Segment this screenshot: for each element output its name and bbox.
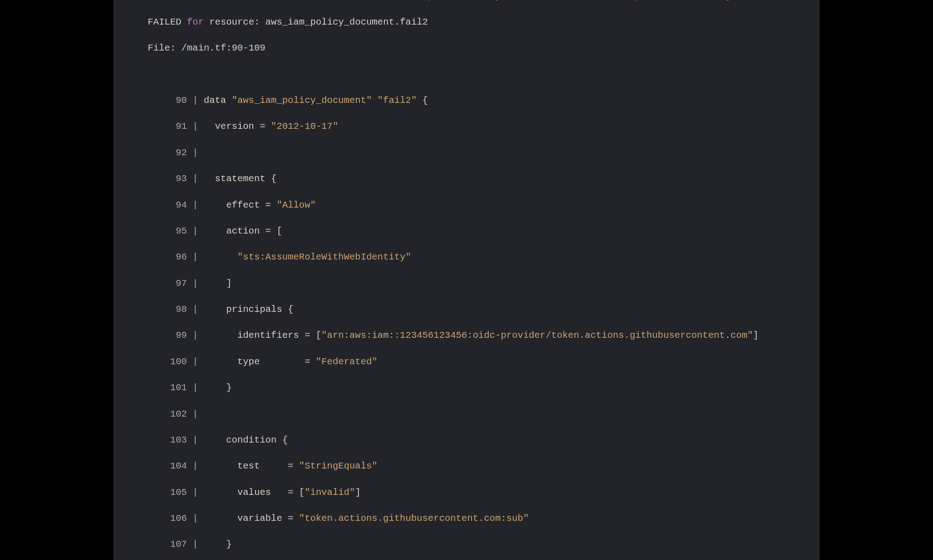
line-number: 91 xyxy=(170,120,187,133)
code-line: 98 | principals { xyxy=(125,303,808,316)
gutter-separator: | xyxy=(187,487,198,498)
blank-line xyxy=(125,68,808,81)
code-token: "sts:AssumeRoleWithWebIdentity" xyxy=(237,252,411,262)
code-token: ] xyxy=(198,278,232,289)
gutter-separator: | xyxy=(187,409,198,419)
line-number: 104 xyxy=(170,460,187,473)
code-token: version = xyxy=(198,121,271,132)
gutter-separator: | xyxy=(187,200,198,210)
failed-post: resource: aws_iam_policy_document.fail2 xyxy=(204,17,428,27)
code-line: 99 | identifiers = ["arn:aws:iam::123456… xyxy=(125,329,808,342)
code-token: values = [ xyxy=(198,487,305,498)
line-number: 94 xyxy=(170,199,187,212)
line-number: 93 xyxy=(170,173,187,186)
line-number: 107 xyxy=(170,538,187,551)
line-number: 95 xyxy=(170,225,187,238)
code-line: 103 | condition { xyxy=(125,434,808,447)
gutter-separator: | xyxy=(187,513,198,524)
gutter-separator: | xyxy=(187,356,198,367)
code-line: 90 | data "aws_iam_policy_document" "fai… xyxy=(125,94,808,107)
code-line: 105 | values = ["invalid"] xyxy=(125,486,808,499)
gutter-separator: | xyxy=(187,278,198,289)
code-token: variable = xyxy=(198,513,299,524)
line-number: 98 xyxy=(170,303,187,316)
code-token: "arn:aws:iam::123456123456:oidc-provider… xyxy=(322,330,753,341)
line-number: 106 xyxy=(170,512,187,525)
check-prefix: Check: CKV_AWS_358: xyxy=(125,0,237,1)
code-line: 93 | statement { xyxy=(125,173,808,186)
gutter-separator: | xyxy=(187,121,198,132)
terminal-window: # Doing it wrong Check: CKV_AWS_358: "En… xyxy=(113,0,820,560)
gutter-separator: | xyxy=(187,435,198,445)
code-token: type = xyxy=(198,356,316,367)
line-number: 105 xyxy=(170,486,187,499)
gutter-separator: | xyxy=(187,148,198,158)
code-line: 91 | version = "2012-10-17" xyxy=(125,120,808,133)
gutter-separator: | xyxy=(187,539,198,550)
failed-for-keyword: for xyxy=(187,17,204,27)
line-number: 101 xyxy=(170,382,187,395)
line-number: 99 xyxy=(170,329,187,342)
failed-line: FAILED for resource: aws_iam_policy_docu… xyxy=(125,16,808,29)
line-number: 102 xyxy=(170,408,187,421)
line-number: 90 xyxy=(170,94,187,107)
code-token: test = xyxy=(198,461,299,471)
code-token: ] xyxy=(753,330,759,341)
gutter-separator: | xyxy=(187,461,198,471)
code-token: } xyxy=(198,539,232,550)
code-token: ] xyxy=(355,487,360,498)
line-number: 92 xyxy=(170,147,187,160)
gutter-separator: | xyxy=(187,252,198,262)
gutter-separator: | xyxy=(187,95,198,106)
failed-pre: FAILED xyxy=(148,17,187,27)
gutter-separator: | xyxy=(187,304,198,315)
code-token: principals { xyxy=(198,304,293,315)
gutter-separator: | xyxy=(187,330,198,341)
terminal-content: # Doing it wrong Check: CKV_AWS_358: "En… xyxy=(113,0,820,560)
code-line: 102 | xyxy=(125,408,808,421)
line-number: 96 xyxy=(170,251,187,264)
gutter-separator: | xyxy=(187,173,198,184)
check-line: Check: CKV_AWS_358: "Ensure GitHub Actio… xyxy=(125,0,808,3)
code-token: "Federated" xyxy=(316,356,377,367)
code-token: condition { xyxy=(198,435,288,445)
code-line: 107 | } xyxy=(125,538,808,551)
code-token: effect = xyxy=(198,200,277,210)
gutter-separator: | xyxy=(187,226,198,236)
code-token: identifiers = [ xyxy=(198,330,322,341)
code-token: "StringEquals" xyxy=(299,461,377,471)
code-token: "aws_iam_policy_document" "fail2" xyxy=(232,95,417,106)
code-token: statement { xyxy=(198,173,277,184)
code-line: 106 | variable = "token.actions.githubus… xyxy=(125,512,808,525)
code-token: } xyxy=(198,382,232,393)
file-line: File: /main.tf:90-109 xyxy=(125,42,808,55)
check-description: "Ensure GitHub Actions OIDC trust polici… xyxy=(237,0,787,1)
code-token: action = [ xyxy=(198,226,282,236)
code-line: 95 | action = [ xyxy=(125,225,808,238)
line-number: 103 xyxy=(170,434,187,447)
stage: # Doing it wrong Check: CKV_AWS_358: "En… xyxy=(0,0,933,560)
line-number: 100 xyxy=(170,356,187,369)
code-line: 104 | test = "StringEquals" xyxy=(125,460,808,473)
code-line: 92 | xyxy=(125,147,808,160)
code-token: "invalid" xyxy=(305,487,355,498)
gutter-separator: | xyxy=(187,382,198,393)
code-token: "2012-10-17" xyxy=(271,121,338,132)
code-token: { xyxy=(417,95,428,106)
code-line: 97 | ] xyxy=(125,277,808,290)
code-block: 90 | data "aws_iam_policy_document" "fai… xyxy=(125,94,808,560)
code-line: 100 | type = "Federated" xyxy=(125,356,808,369)
code-token: data xyxy=(198,95,232,106)
code-line: 94 | effect = "Allow" xyxy=(125,199,808,212)
code-line: 96 | "sts:AssumeRoleWithWebIdentity" xyxy=(125,251,808,264)
code-line: 101 | } xyxy=(125,382,808,395)
line-number: 97 xyxy=(170,277,187,290)
code-token xyxy=(198,252,237,262)
code-token: "Allow" xyxy=(277,200,316,210)
code-token: "token.actions.githubusercontent.com:sub… xyxy=(299,513,528,524)
